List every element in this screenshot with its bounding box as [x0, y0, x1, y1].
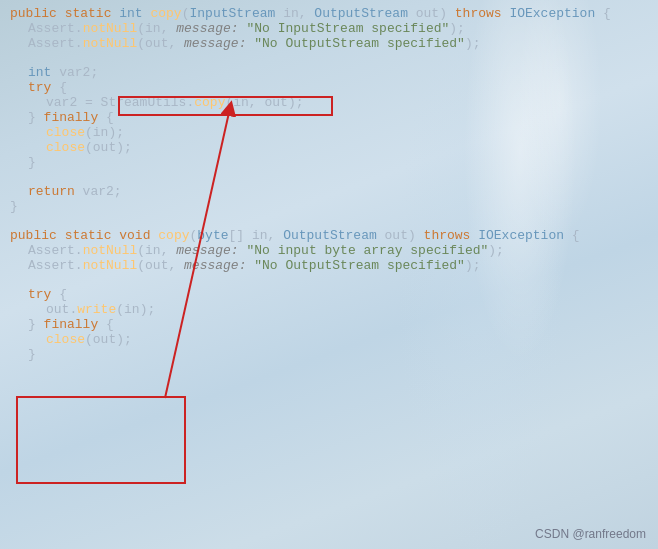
blank-line-4	[0, 273, 658, 287]
code-line-6: var2 = StreamUtils . copy (in, out);	[0, 95, 658, 110]
code-line-5: try {	[0, 80, 658, 95]
keyword-public: public	[10, 6, 57, 21]
watermark: CSDN @ranfreedom	[535, 527, 646, 541]
code-line-12: }	[0, 199, 658, 214]
code-container: public static int copy ( InputStream in,…	[0, 0, 658, 549]
code-line-7: } finally {	[0, 110, 658, 125]
code-line-13: public static void copy ( byte [] in, Ou…	[0, 228, 658, 243]
code-line-11: return var2;	[0, 184, 658, 199]
code-line-10: }	[0, 155, 658, 170]
code-line-14: Assert . notNull (in, message: "No input…	[0, 243, 658, 258]
code-line-3: Assert . notNull (out, message: "No Outp…	[0, 36, 658, 51]
blank-line-2	[0, 170, 658, 184]
code-line-8: close (in);	[0, 125, 658, 140]
code-line-2: Assert . notNull (in, message: "No Input…	[0, 21, 658, 36]
type-outputstream: OutputStream	[314, 6, 408, 21]
code-line-try2: try {	[0, 287, 658, 302]
code-line-write: out. write (in);	[0, 302, 658, 317]
type-ioexception: IOException	[509, 6, 595, 21]
code-line-finally2: } finally {	[0, 317, 658, 332]
code-line-1: public static int copy ( InputStream in,…	[0, 6, 658, 21]
fn-copy: copy	[150, 6, 181, 21]
blank-line-3	[0, 214, 658, 228]
blank-line-1	[0, 51, 658, 65]
code-line-4: int var2;	[0, 65, 658, 80]
code-line-15: Assert . notNull (out, message: "No Outp…	[0, 258, 658, 273]
type-inputstream: InputStream	[190, 6, 276, 21]
keyword-static: static	[65, 6, 112, 21]
keyword-throws: throws	[455, 6, 502, 21]
code-line-9: close (out);	[0, 140, 658, 155]
type-int: int	[119, 6, 142, 21]
code-line-close-brace: }	[0, 347, 658, 362]
code-line-close2: close (out);	[0, 332, 658, 347]
